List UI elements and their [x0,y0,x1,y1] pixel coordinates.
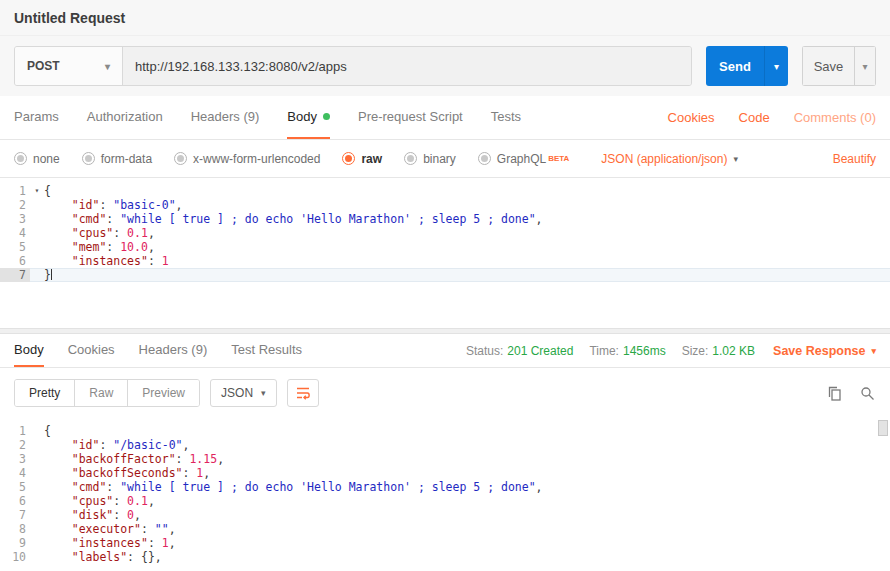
copy-icon [826,385,843,402]
content-type-label: JSON (application/json) [601,152,727,166]
response-meta: Status:201 Created Time:1456ms Size:1.02… [450,334,876,367]
response-tab-headers[interactable]: Headers (9) [139,334,208,367]
body-type-graphql-label: GraphQL [497,152,546,166]
code-line[interactable]: 3 "backoffFactor": 1.15, [0,452,890,466]
code-line[interactable]: 8 "executor": "", [0,522,890,536]
request-title: Untitled Request [14,10,125,26]
response-tab-test-results[interactable]: Test Results [231,334,302,367]
code-line[interactable]: 4 "backoffSeconds": 1, [0,466,890,480]
view-mode-pretty[interactable]: Pretty [15,380,74,406]
request-editor-lines: 1▾{2 "id": "basic-0",3 "cmd": "while [ t… [0,184,890,282]
view-mode-preview[interactable]: Preview [127,380,199,406]
send-button-group: Send ▾ [706,46,788,86]
code-line[interactable]: 2 "id": "basic-0", [0,198,890,212]
tab-body[interactable]: Body [287,96,330,139]
response-format-select[interactable]: JSON ▾ [210,379,277,407]
code-line[interactable]: 4 "cpus": 0.1, [0,226,890,240]
request-title-bar: Untitled Request [0,0,890,36]
response-scrollbar[interactable] [878,420,888,569]
view-mode-raw[interactable]: Raw [74,380,127,406]
code-text: { [44,184,51,198]
fold-caret-icon[interactable]: ▾ [30,184,44,198]
request-tabs-row: Params Authorization Headers (9) Body Pr… [0,96,890,140]
code-line[interactable]: 1▾{ [0,184,890,198]
fold-spacer [30,438,44,452]
content-type-select[interactable]: JSON (application/json) ▾ [601,152,738,166]
body-content-dot-icon [323,113,330,120]
tab-headers[interactable]: Headers (9) [191,96,260,139]
code-text: "labels": {}, [44,550,162,564]
code-line[interactable]: 9 "instances": 1, [0,536,890,550]
code-line[interactable]: 5 "cmd": "while [ true ] ; do echo 'Hell… [0,480,890,494]
beautify-link[interactable]: Beautify [833,152,876,166]
tab-tests-label: Tests [491,109,521,124]
fold-spacer [30,212,44,226]
code-line[interactable]: 5 "mem": 10.0, [0,240,890,254]
response-body-editor[interactable]: 1{2 "id": "/basic-0",3 "backoffFactor": … [0,418,890,571]
code-text: "cpus": 0.1, [44,494,155,508]
comments-link[interactable]: Comments (0) [794,110,876,125]
request-body-editor[interactable]: 1▾{2 "id": "basic-0",3 "cmd": "while [ t… [0,178,890,328]
code-line[interactable]: 10 "labels": {}, [0,550,890,564]
search-icon [859,385,876,402]
code-line[interactable]: 1{ [0,424,890,438]
line-number: 10 [0,550,30,564]
code-line[interactable]: 6 "cpus": 0.1, [0,494,890,508]
copy-response-button[interactable] [826,385,843,402]
tab-headers-label: Headers (9) [191,109,260,124]
body-type-raw[interactable]: raw [342,152,382,166]
response-editor-lines: 1{2 "id": "/basic-0",3 "backoffFactor": … [0,424,890,564]
code-line[interactable]: 7 "disk": 0, [0,508,890,522]
response-tab-body[interactable]: Body [14,334,44,367]
response-tab-tests-label: Test Results [231,342,302,357]
code-line[interactable]: 3 "cmd": "while [ true ] ; do echo 'Hell… [0,212,890,226]
line-number: 6 [0,254,30,268]
code-text: "executor": "", [44,522,176,536]
line-number: 8 [0,522,30,536]
line-number: 7 [0,508,30,522]
response-header: Body Cookies Headers (9) Test Results St… [0,334,890,368]
fold-spacer [30,226,44,240]
method-select[interactable]: POST ▾ [15,47,123,85]
code-link[interactable]: Code [739,110,770,125]
url-group: POST ▾ [14,46,692,86]
code-text: } [44,268,52,282]
response-tab-body-label: Body [14,342,44,357]
time-pair: Time:1456ms [589,344,665,358]
body-type-binary[interactable]: binary [404,152,456,166]
body-type-form-data-label: form-data [101,152,152,166]
code-line[interactable]: 2 "id": "/basic-0", [0,438,890,452]
tab-tests[interactable]: Tests [491,96,521,139]
line-number: 3 [0,452,30,466]
cookies-link[interactable]: Cookies [668,110,715,125]
time-value: 1456ms [623,344,666,358]
send-options-caret[interactable]: ▾ [764,46,788,86]
wrap-text-button[interactable] [287,379,319,407]
response-scrollbar-thumb[interactable] [878,420,888,436]
tab-prerequest-script[interactable]: Pre-request Script [358,96,463,139]
body-type-none[interactable]: none [14,152,60,166]
radio-icon [14,152,27,165]
code-line[interactable]: 7} [0,268,890,282]
send-button[interactable]: Send [706,46,764,86]
tab-authorization[interactable]: Authorization [87,96,163,139]
body-type-binary-label: binary [423,152,456,166]
fold-spacer [30,424,44,438]
body-type-form-data[interactable]: form-data [82,152,152,166]
line-number: 5 [0,480,30,494]
save-response-button[interactable]: Save Response ▾ [773,344,876,358]
tab-params[interactable]: Params [14,96,59,139]
search-response-button[interactable] [859,385,876,402]
radio-icon [82,152,95,165]
request-url-row: POST ▾ Send ▾ Save ▾ [0,36,890,96]
response-tab-cookies[interactable]: Cookies [68,334,115,367]
url-input[interactable] [123,47,691,85]
body-type-graphql[interactable]: GraphQL BETA [478,152,570,166]
save-options-caret[interactable]: ▾ [854,46,876,86]
body-type-urlencoded[interactable]: x-www-form-urlencoded [174,152,320,166]
code-line[interactable]: 6 "instances": 1 [0,254,890,268]
code-text: "id": "/basic-0", [44,438,189,452]
fold-spacer [30,494,44,508]
response-tab-headers-label: Headers (9) [139,342,208,357]
save-button[interactable]: Save [802,46,854,86]
